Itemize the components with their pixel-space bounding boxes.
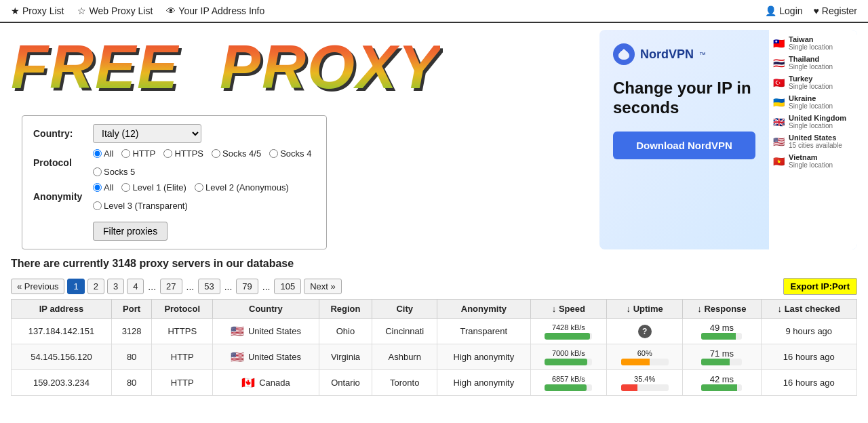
- nordvpn-logo-icon: [613, 43, 635, 65]
- city-cell: Ashburn: [372, 344, 437, 370]
- page-53[interactable]: 53: [198, 279, 220, 294]
- login-link[interactable]: 👤 Login: [765, 5, 802, 16]
- ip-cell: 54.145.156.120: [12, 344, 112, 370]
- page-105[interactable]: 105: [274, 279, 301, 294]
- flag-ca: 🇨🇦: [241, 376, 255, 389]
- th-speed[interactable]: ↓ Speed: [530, 300, 606, 319]
- page-1[interactable]: 1: [67, 279, 84, 294]
- stats-text: There are currently 3148 proxy servers i…: [0, 249, 868, 274]
- protocol-label: Protocol: [33, 157, 87, 168]
- export-button[interactable]: Export IP:Port: [783, 278, 857, 295]
- nordvpn-logo-text: NordVPN: [640, 47, 694, 62]
- ad-item-us: 🇺🇸 United States15 cities available: [773, 134, 853, 149]
- th-uptime[interactable]: ↓ Uptime: [607, 300, 683, 319]
- nav-web-proxy-list[interactable]: ☆ Web Proxy List: [77, 5, 153, 16]
- city-cell: Cincinnati: [372, 319, 437, 344]
- protocol-socks4[interactable]: Socks 4: [269, 148, 311, 159]
- ad-item-uk: 🇬🇧 United KingdomSingle location: [773, 114, 853, 129]
- dots-3: ...: [223, 281, 234, 292]
- page-4[interactable]: 4: [127, 279, 144, 294]
- region-cell: Ohio: [319, 319, 372, 344]
- question-icon: ?: [638, 325, 652, 338]
- filter-box: Country: Italy (12) All United States (5…: [22, 115, 327, 249]
- anon-level2[interactable]: Level 2 (Anonymous): [195, 182, 289, 193]
- uptime-cell: ?: [607, 319, 683, 344]
- filter-button[interactable]: Filter proxies: [93, 222, 167, 241]
- anonymity-cell: High anonymity: [437, 344, 531, 370]
- th-protocol: Protocol: [152, 300, 213, 319]
- ad-headline: Change your IP in seconds: [613, 79, 755, 118]
- logo-proxy: PROXY: [220, 37, 440, 98]
- ad-banner: NordVPN ™ Change your IP in seconds Down…: [599, 30, 857, 249]
- last-checked-cell: 16 hours ago: [761, 344, 856, 370]
- pagination-bar: « Previous 1 2 3 4 ... 27 ... 53 ... 79 …: [0, 274, 868, 299]
- eye-icon: 👁: [166, 5, 176, 16]
- last-checked-cell: 9 hours ago: [761, 319, 856, 344]
- response-cell: 49 ms: [683, 319, 761, 344]
- nav-proxy-list[interactable]: ★ Proxy List: [11, 5, 64, 16]
- uptime-cell: 60%: [607, 344, 683, 370]
- ad-item-vietnam: 🇻🇳 VietnamSingle location: [773, 153, 853, 169]
- page-27[interactable]: 27: [160, 279, 182, 294]
- country-label: Country:: [33, 128, 87, 139]
- table-row: 159.203.3.234 80 HTTP 🇨🇦 Canada Ontario …: [12, 370, 857, 396]
- table-row: 137.184.142.151 3128 HTTPS 🇺🇸 United Sta…: [12, 319, 857, 344]
- heart-icon: ♥: [814, 5, 819, 16]
- dots-2: ...: [185, 281, 196, 292]
- protocol-cell: HTTPS: [152, 319, 213, 344]
- anon-all[interactable]: All: [93, 182, 113, 193]
- protocol-all[interactable]: All: [93, 148, 113, 159]
- country-cell: 🇺🇸 United States: [213, 319, 319, 344]
- th-city: City: [372, 300, 437, 319]
- protocol-socks5[interactable]: Socks 5: [93, 167, 135, 177]
- last-checked-cell: 16 hours ago: [761, 370, 856, 396]
- protocol-socks45[interactable]: Socks 4/5: [212, 148, 261, 159]
- table-row: 54.145.156.120 80 HTTP 🇺🇸 United States …: [12, 344, 857, 370]
- country-select[interactable]: Italy (12) All United States (500) Canad…: [93, 124, 201, 143]
- ad-item-turkey: 🇹🇷 TurkeySingle location: [773, 75, 853, 90]
- region-cell: Ontario: [319, 370, 372, 396]
- response-cell: 42 ms: [683, 370, 761, 396]
- page-79[interactable]: 79: [236, 279, 258, 294]
- dots-1: ...: [146, 281, 157, 292]
- ip-cell: 137.184.142.151: [12, 319, 112, 344]
- th-ip: IP address: [12, 300, 112, 319]
- ad-item-taiwan: 🇹🇼 TaiwanSingle location: [773, 35, 853, 51]
- anonymity-cell: High anonymity: [437, 370, 531, 396]
- page-3[interactable]: 3: [107, 279, 124, 294]
- register-link[interactable]: ♥ Register: [814, 5, 857, 16]
- star-icon: ★: [11, 5, 20, 16]
- protocol-cell: HTTP: [152, 370, 213, 396]
- ad-item-thailand: 🇹🇭 ThailandSingle location: [773, 55, 853, 70]
- protocol-http[interactable]: HTTP: [121, 148, 155, 159]
- nav-ip-info[interactable]: 👁 Your IP Address Info: [166, 5, 264, 16]
- city-cell: Toronto: [372, 370, 437, 396]
- anon-level1[interactable]: Level 1 (Elite): [121, 182, 186, 193]
- speed-cell: 6857 kB/s: [530, 370, 606, 396]
- user-icon: 👤: [765, 5, 776, 16]
- dots-4: ...: [261, 281, 272, 292]
- proxy-table: IP address Port Protocol Country Region …: [11, 299, 857, 396]
- protocol-https[interactable]: HTTPS: [163, 148, 203, 159]
- ad-download-btn[interactable]: Download NordVPN: [613, 132, 755, 159]
- star-outline-icon: ☆: [77, 5, 86, 16]
- page-2[interactable]: 2: [87, 279, 104, 294]
- ad-country-list: 🇹🇼 TaiwanSingle location 🇹🇭 ThailandSing…: [769, 30, 857, 249]
- prev-button[interactable]: « Previous: [11, 279, 64, 294]
- speed-cell: 7428 kB/s: [530, 319, 606, 344]
- anon-level3[interactable]: Level 3 (Transparent): [93, 201, 188, 211]
- ip-cell: 159.203.3.234: [12, 370, 112, 396]
- port-cell: 80: [111, 344, 151, 370]
- th-anonymity: Anonymity: [437, 300, 531, 319]
- next-button[interactable]: Next »: [304, 279, 342, 294]
- flag-us: 🇺🇸: [231, 350, 244, 363]
- port-cell: 3128: [111, 319, 151, 344]
- protocol-cell: HTTP: [152, 344, 213, 370]
- anonymity-label: Anonymity: [33, 191, 87, 202]
- proxy-table-wrap: IP address Port Protocol Country Region …: [0, 299, 868, 407]
- th-last-checked[interactable]: ↓ Last checked: [761, 300, 856, 319]
- th-response[interactable]: ↓ Response: [683, 300, 761, 319]
- uptime-cell: 35.4%: [607, 370, 683, 396]
- country-cell: 🇨🇦 Canada: [213, 370, 319, 396]
- region-cell: Virginia: [319, 344, 372, 370]
